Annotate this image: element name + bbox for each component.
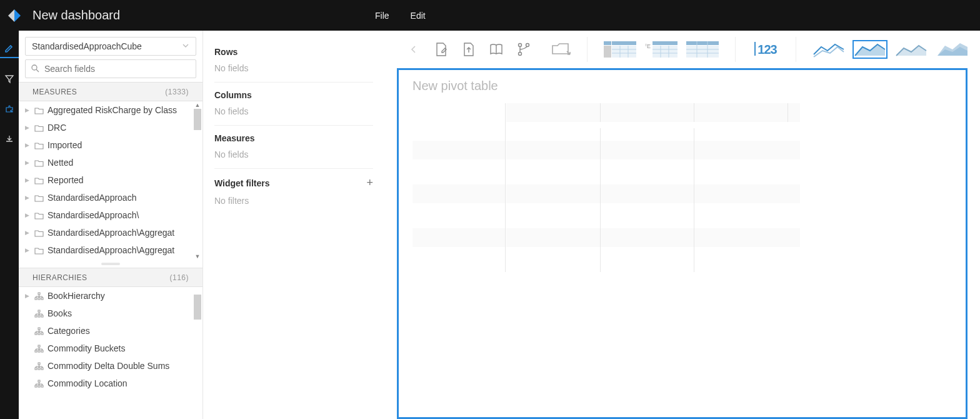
scroll-thumb[interactable]: [194, 295, 201, 320]
viz-area-chart-button[interactable]: [894, 40, 929, 59]
measure-tree-item[interactable]: ▶StandardisedApproach\Aggregat: [19, 241, 202, 259]
rail-filter-icon[interactable]: [0, 69, 19, 88]
menu-edit[interactable]: Edit: [411, 11, 426, 21]
measures-count: (1333): [165, 88, 189, 96]
measure-tree-item[interactable]: ▶StandardisedApproach: [19, 189, 202, 206]
top-bar: New dashboard File Edit: [0, 0, 980, 31]
toolbar-book-icon[interactable]: [486, 39, 507, 60]
menu-file[interactable]: File: [375, 11, 389, 21]
svg-rect-21: [38, 380, 40, 382]
hierarchy-tree-item[interactable]: Books: [19, 305, 202, 322]
measures-scrollbar[interactable]: ▲ ▼: [194, 101, 201, 260]
svg-rect-13: [38, 345, 40, 347]
expand-icon[interactable]: ▶: [25, 194, 30, 201]
expand-icon[interactable]: ▶: [25, 293, 30, 299]
hierarchies-scrollbar[interactable]: [194, 287, 201, 406]
columns-empty: No fields: [214, 106, 373, 116]
split-handle[interactable]: [19, 260, 202, 268]
rows-empty: No fields: [214, 63, 373, 73]
svg-rect-22: [35, 385, 37, 387]
cube-select[interactable]: StandardisedApproachCube: [25, 37, 196, 56]
svg-rect-7: [38, 315, 40, 317]
viz-pivot-table-button[interactable]: [602, 40, 638, 59]
measures-dz-empty: No fields: [214, 149, 373, 159]
viz-table-button[interactable]: [685, 40, 720, 59]
hierarchies-count: (116): [169, 273, 189, 282]
viz-area-stacked-button[interactable]: [852, 40, 888, 59]
hierarchy-icon: [34, 362, 44, 370]
dropzone-columns[interactable]: Columns No fields: [214, 83, 373, 126]
expand-icon[interactable]: ▶: [25, 124, 30, 131]
measure-tree-item[interactable]: ▶Netted: [19, 154, 202, 171]
svg-rect-33: [652, 41, 678, 45]
measure-tree-item[interactable]: ▶StandardisedApproach\: [19, 206, 202, 224]
measures-section-header: MEASURES (1333): [19, 82, 202, 101]
toolbar-export-icon[interactable]: [458, 39, 479, 60]
expand-icon[interactable]: ▶: [25, 142, 30, 148]
svg-rect-4: [41, 298, 43, 300]
svg-point-25: [519, 44, 522, 47]
hierarchy-tree-item[interactable]: Commodity Delta Double Sums: [19, 357, 202, 375]
svg-rect-2: [35, 298, 37, 300]
viz-line-chart-button[interactable]: [811, 40, 846, 59]
measure-tree-item[interactable]: ▶Imported: [19, 136, 202, 154]
search-fields[interactable]: [25, 59, 196, 78]
widget-toolbar: ᵀE 123: [384, 31, 980, 68]
expand-icon[interactable]: ▶: [25, 247, 30, 253]
measures-label: MEASURES: [32, 88, 77, 96]
toolbar-branch-icon[interactable]: [513, 39, 534, 60]
measure-tree-item[interactable]: ▶Reported: [19, 171, 202, 189]
tree-item-label: Categories: [48, 326, 90, 336]
add-filter-button[interactable]: +: [366, 176, 373, 189]
expand-icon[interactable]: ▶: [25, 159, 30, 166]
tree-item-label: DRC: [48, 123, 66, 133]
scroll-thumb[interactable]: [194, 109, 201, 130]
expand-icon[interactable]: ▶: [25, 230, 30, 236]
svg-rect-36: [686, 41, 719, 45]
expand-icon[interactable]: ▶: [25, 107, 30, 113]
hierarchy-tree-item[interactable]: Categories: [19, 322, 202, 340]
tree-item-label: Commodity Buckets: [48, 343, 125, 353]
svg-rect-17: [38, 363, 40, 365]
hierarchy-tree-item[interactable]: ▶BookHierarchy: [19, 287, 202, 305]
columns-label: Columns: [214, 90, 252, 100]
dropzone-measures[interactable]: Measures No fields: [214, 126, 373, 169]
svg-rect-5: [38, 310, 40, 312]
hierarchy-tree-item[interactable]: Commodity Location: [19, 375, 202, 392]
expand-icon[interactable]: ▶: [25, 177, 30, 183]
cube-select-value: StandardisedApproachCube: [32, 41, 142, 51]
tree-item-label: Netted: [48, 158, 73, 168]
folder-icon: [34, 141, 44, 149]
viz-kpi-button[interactable]: 123: [751, 39, 781, 60]
hierarchy-icon: [34, 380, 44, 388]
measure-tree-item[interactable]: ▶StandardisedApproach\Aggregat: [19, 224, 202, 241]
tree-item-label: Reported: [48, 175, 84, 185]
fields-panel: StandardisedApproachCube MEASURES (1333)…: [19, 31, 203, 419]
folder-icon: [34, 211, 44, 220]
toolbar-edit-icon[interactable]: [431, 39, 452, 60]
dropzone-filters[interactable]: Widget filters + No filters: [214, 169, 373, 215]
svg-rect-34: [652, 46, 678, 58]
expand-icon[interactable]: ▶: [25, 212, 30, 218]
svg-rect-12: [41, 333, 43, 335]
tree-item-label: Aggregated RiskCharge by Class: [48, 105, 177, 115]
scroll-up-icon[interactable]: ▲: [194, 101, 201, 109]
viz-tree-table-button[interactable]: ᵀE: [644, 40, 679, 59]
viz-area-multi-button[interactable]: [935, 40, 970, 59]
search-input[interactable]: [44, 64, 191, 74]
rail-extension-icon[interactable]: [0, 99, 19, 118]
left-icon-rail: [0, 31, 19, 419]
scroll-down-icon[interactable]: ▼: [194, 253, 201, 260]
pivot-widget[interactable]: New pivot table: [397, 68, 968, 419]
svg-rect-29: [604, 41, 611, 45]
tree-item-label: StandardisedApproach: [48, 193, 136, 203]
dropzone-rows[interactable]: Rows No fields: [214, 39, 373, 83]
measure-tree-item[interactable]: ▶DRC: [19, 119, 202, 136]
hierarchy-tree-item[interactable]: Commodity Buckets: [19, 340, 202, 357]
tree-item-label: Books: [48, 308, 72, 318]
rail-download-icon[interactable]: [0, 129, 19, 148]
toolbar-folder-arrow-icon[interactable]: [551, 39, 572, 60]
rail-edit-icon[interactable]: [0, 39, 19, 58]
measure-tree-item[interactable]: ▶Aggregated RiskCharge by Class: [19, 101, 202, 119]
hierarchy-icon: [34, 310, 44, 318]
